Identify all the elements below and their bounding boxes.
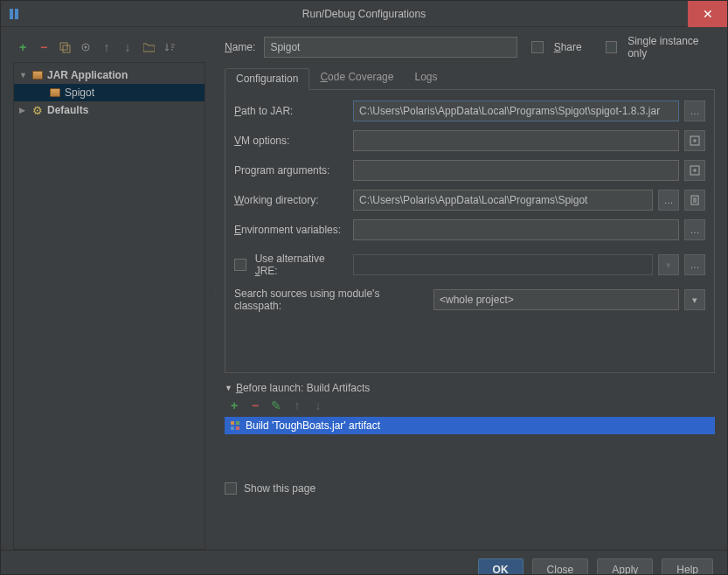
sort-icon[interactable] [163, 41, 176, 53]
tree-node-spigot[interactable]: Spigot [14, 84, 205, 101]
svg-rect-1 [15, 9, 18, 19]
path-to-jar-label: Path to JAR: [234, 105, 348, 117]
tree-label: JAR Application [47, 69, 128, 81]
share-checkbox[interactable] [531, 41, 543, 53]
jar-icon [31, 71, 44, 80]
dropdown-button[interactable]: ▾ [684, 289, 705, 310]
settings-icon[interactable] [80, 41, 92, 53]
help-button[interactable]: Help [662, 558, 713, 576]
add-icon[interactable]: + [17, 41, 29, 53]
svg-rect-11 [231, 426, 234, 430]
left-panel: + − ↑ ↓ ▼ JAR Application [13, 36, 205, 550]
expand-button[interactable] [684, 130, 705, 151]
tab-code-coverage[interactable]: Code Coverage [309, 67, 404, 89]
tree-toolbar: + − ↑ ↓ [13, 36, 205, 59]
configuration-panel: Path to JAR: C:\Users\Polaris\AppData\Lo… [225, 90, 715, 373]
program-args-label: Program arguments: [234, 164, 348, 177]
name-label: Name: [225, 41, 257, 53]
alt-jre-label: Use alternative JRE: [255, 253, 348, 277]
single-instance-label: Single instance only [627, 35, 715, 59]
expand-button[interactable] [684, 160, 705, 181]
svg-point-5 [84, 45, 87, 48]
env-vars-label: Environment variables: [234, 224, 348, 236]
show-page-label: Show this page [244, 482, 315, 495]
titlebar: Run/Debug Configurations ✕ [1, 1, 727, 27]
svg-rect-12 [236, 426, 239, 430]
alt-jre-input [353, 254, 653, 275]
before-launch-item[interactable]: Build 'ToughBoats.jar' artifact [225, 417, 715, 434]
collapse-icon[interactable]: ▼ [225, 384, 232, 392]
expand-icon[interactable]: ▼ [19, 71, 28, 80]
expand-icon[interactable]: ▶ [19, 106, 28, 114]
window-title: Run/Debug Configurations [302, 8, 426, 20]
working-dir-input[interactable]: C:\Users\Polaris\AppData\Local\Programs\… [353, 190, 653, 211]
add-icon[interactable]: + [228, 399, 240, 412]
tree-label: Defaults [47, 104, 88, 116]
jar-icon [49, 88, 61, 97]
splitter[interactable]: ⋮ [212, 36, 218, 550]
vm-options-input[interactable] [353, 130, 679, 151]
move-up-icon[interactable]: ↑ [101, 41, 113, 53]
folder-icon[interactable] [142, 41, 155, 53]
svg-rect-3 [63, 45, 70, 52]
remove-icon[interactable]: − [249, 399, 261, 412]
single-instance-checkbox[interactable] [606, 41, 617, 53]
search-sources-select[interactable]: <whole project> [433, 289, 679, 310]
share-label: Share [554, 41, 582, 53]
insert-button[interactable] [684, 190, 705, 211]
tab-logs[interactable]: Logs [404, 67, 447, 89]
close-button[interactable]: ✕ [688, 1, 727, 27]
app-icon [8, 7, 22, 21]
tree-node-jar-application[interactable]: ▼ JAR Application [14, 66, 205, 84]
gear-icon: ⚙ [31, 104, 44, 117]
before-launch-item-label: Build 'ToughBoats.jar' artifact [246, 419, 380, 432]
program-args-input[interactable] [353, 160, 679, 181]
working-dir-label: Working directory: [234, 194, 348, 206]
browse-button[interactable]: … [684, 100, 705, 121]
tree-label: Spigot [65, 87, 94, 99]
cancel-button[interactable]: Close [532, 558, 589, 576]
env-vars-input[interactable] [353, 219, 679, 240]
svg-rect-2 [60, 43, 67, 50]
show-page-checkbox[interactable] [225, 482, 237, 495]
path-to-jar-input[interactable]: C:\Users\Polaris\AppData\Local\Programs\… [353, 100, 679, 121]
svg-rect-9 [231, 421, 234, 425]
before-launch-toolbar: + − ✎ ↑ ↓ [225, 394, 715, 417]
apply-button[interactable]: Apply [597, 558, 653, 576]
before-launch-header[interactable]: ▼ Before launch: Build Artifacts [225, 382, 715, 394]
before-launch-list[interactable]: Build 'ToughBoats.jar' artifact [225, 417, 715, 474]
svg-rect-10 [236, 421, 239, 425]
ok-button[interactable]: OK [478, 558, 523, 576]
alt-jre-checkbox[interactable] [234, 259, 246, 271]
svg-rect-0 [10, 9, 13, 19]
edit-icon[interactable]: ✎ [270, 399, 282, 412]
copy-icon[interactable] [59, 41, 71, 53]
search-sources-label: Search sources using module's classpath: [234, 288, 428, 312]
tab-configuration[interactable]: Configuration [225, 68, 309, 90]
browse-button[interactable]: … [684, 219, 705, 240]
browse-button[interactable]: … [684, 254, 705, 275]
right-panel: Name: Share Single instance only Configu… [225, 36, 715, 550]
move-down-icon[interactable]: ↓ [121, 41, 134, 53]
name-input[interactable] [264, 37, 517, 58]
remove-icon[interactable]: − [38, 41, 50, 53]
config-tree[interactable]: ▼ JAR Application Spigot ▶ ⚙ Defaults [13, 62, 205, 550]
move-up-icon[interactable]: ↑ [291, 399, 303, 412]
dropdown-button: ▾ [658, 254, 679, 275]
move-down-icon[interactable]: ↓ [312, 399, 324, 412]
dialog-footer: OK Close Apply Help [1, 550, 727, 575]
vm-options-label: VM options: [234, 135, 348, 147]
browse-button[interactable]: … [658, 190, 679, 211]
tree-node-defaults[interactable]: ▶ ⚙ Defaults [14, 101, 205, 119]
tabs: Configuration Code Coverage Logs [225, 67, 715, 90]
artifact-icon [230, 420, 240, 431]
